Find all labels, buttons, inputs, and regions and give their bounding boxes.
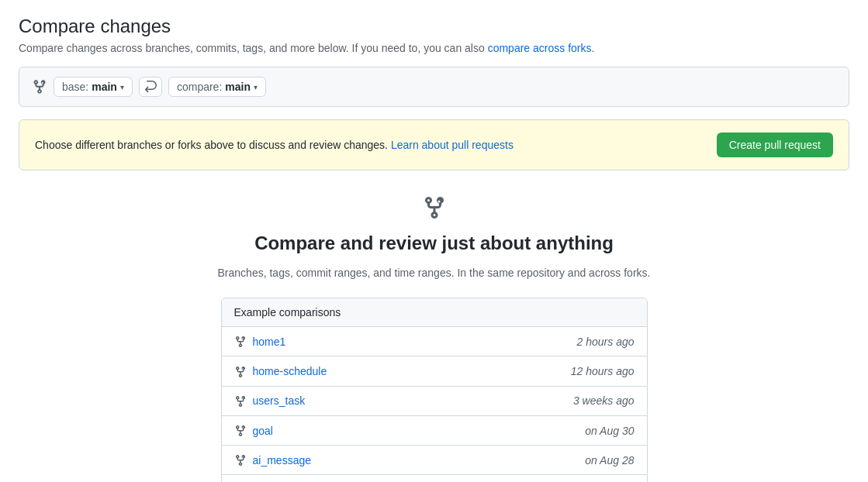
big-compare-icon: [422, 195, 447, 220]
branch-icon: [234, 335, 247, 348]
create-pull-request-button[interactable]: Create pull request: [717, 133, 833, 157]
compare-branch-select[interactable]: compare: main ▾: [168, 77, 266, 97]
table-row[interactable]: users_task3 weeks ago: [222, 387, 647, 416]
compare-branch-name: main: [225, 81, 251, 93]
compare-heading: Compare and review just about anything: [254, 232, 614, 254]
learn-about-pr-link[interactable]: Learn about pull requests: [391, 139, 514, 151]
info-banner: Choose different branches or forks above…: [19, 119, 849, 170]
example-link[interactable]: home-schedule: [253, 365, 327, 377]
banner-message: Choose different branches or forks above…: [35, 139, 388, 151]
banner-text: Choose different branches or forks above…: [35, 139, 514, 151]
base-label: base:: [62, 81, 88, 93]
example-left: users_task: [234, 394, 306, 408]
example-link[interactable]: ai_message: [253, 454, 312, 467]
example-left: ai_message: [234, 453, 312, 467]
example-time: on Aug 28: [585, 454, 634, 467]
page-title: Compare changes: [19, 15, 849, 37]
compare-dropdown-arrow: ▾: [254, 83, 258, 91]
example-left: goal: [234, 424, 273, 437]
base-dropdown-arrow: ▾: [120, 83, 124, 91]
base-branch-name: main: [92, 81, 117, 93]
table-row[interactable]: home-schedule12 hours ago: [222, 356, 647, 386]
examples-rows: home12 hours ago home-schedule12 hours a…: [222, 327, 647, 482]
example-link[interactable]: home1: [253, 336, 286, 348]
compare-subtext: Branches, tags, commit ranges, and time …: [218, 267, 651, 279]
table-row[interactable]: main@{1day}...main24 hours ago: [222, 475, 647, 482]
table-row[interactable]: home12 hours ago: [222, 327, 647, 356]
example-time: on Aug 30: [585, 425, 634, 437]
table-row[interactable]: goalon Aug 30: [222, 416, 647, 446]
compare-toolbar: base: main ▾ compare: main ▾: [19, 67, 849, 107]
example-left: home-schedule: [234, 364, 327, 377]
compare-label: compare:: [177, 81, 222, 93]
example-left: home1: [234, 335, 286, 348]
example-link[interactable]: users_task: [253, 394, 306, 407]
branch-icon: [234, 424, 247, 437]
compare-icon: [32, 79, 47, 95]
swap-arrow-icon: [139, 77, 162, 97]
subtitle-text: Compare changes across branches, commits…: [19, 42, 485, 54]
example-time: 3 weeks ago: [573, 394, 635, 407]
compare-forks-link[interactable]: compare across forks: [488, 42, 592, 54]
example-time: 2 hours ago: [577, 336, 635, 348]
example-time: 12 hours ago: [571, 365, 635, 377]
examples-header: Example comparisons: [222, 298, 647, 327]
branch-icon: [234, 394, 247, 408]
compare-section: Compare and review just about anything B…: [19, 195, 849, 482]
branch-icon: [234, 364, 247, 377]
page-subtitle: Compare changes across branches, commits…: [19, 42, 849, 54]
branch-icon: [234, 453, 247, 467]
table-row[interactable]: ai_messageon Aug 28: [222, 446, 647, 475]
examples-table: Example comparisons home12 hours ago hom…: [221, 298, 648, 482]
example-link[interactable]: goal: [253, 425, 273, 437]
base-branch-select[interactable]: base: main ▾: [54, 77, 133, 97]
